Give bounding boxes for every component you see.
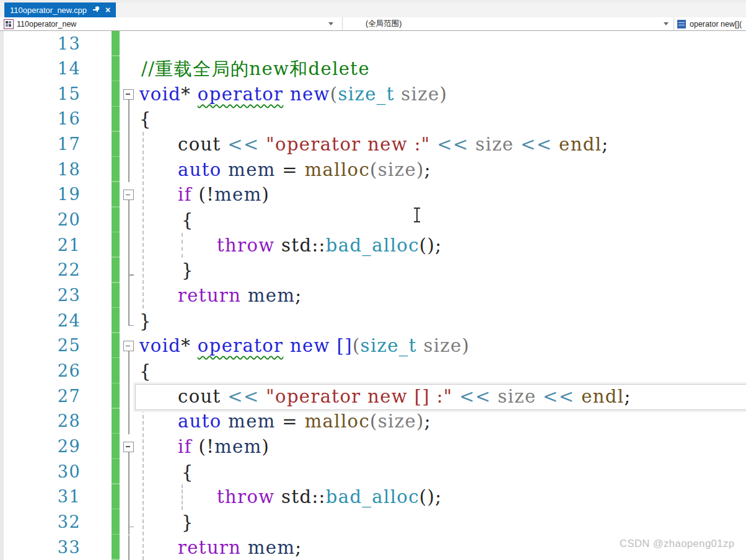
code-token: ) xyxy=(440,84,448,105)
code-token xyxy=(453,386,460,407)
chevron-down-icon[interactable] xyxy=(664,22,669,25)
code-text: auto mem = malloc(size); xyxy=(178,157,431,183)
code-token: size xyxy=(498,386,543,407)
code-line: 20{ xyxy=(0,208,746,233)
code-token: (); xyxy=(419,486,442,507)
line-number: 19 xyxy=(0,182,81,208)
code-text: //重载全局的new和delete xyxy=(141,56,370,82)
code-text: cout << "operator new :" << size << endl… xyxy=(178,132,609,157)
code-token: ) xyxy=(416,159,424,180)
fold-outline-corner xyxy=(128,274,134,276)
code-token: ; xyxy=(602,134,608,155)
project-scope-dropdown[interactable]: 110operator_new xyxy=(2,17,340,30)
code-token xyxy=(283,84,290,105)
line-number: 18 xyxy=(0,157,81,183)
code-token: auto xyxy=(178,411,228,432)
code-line: 17cout << "operator new :" << size << en… xyxy=(0,132,746,157)
fold-outline-line xyxy=(128,359,129,384)
code-line: 18auto mem = malloc(size); xyxy=(0,157,746,183)
tab-title: 110operator_new.cpp xyxy=(10,6,87,15)
code-line: 26{ xyxy=(0,359,746,384)
code-token: { xyxy=(182,209,194,230)
code-line: 16{ xyxy=(0,107,746,132)
code-token: throw xyxy=(217,235,274,256)
code-token: ) xyxy=(262,436,270,457)
code-token: ; xyxy=(624,386,631,407)
code-line: 24} xyxy=(0,308,746,334)
code-token: endl xyxy=(581,386,624,407)
code-token: size xyxy=(378,411,416,432)
code-token: ( xyxy=(370,159,378,180)
code-text: throw std::bad_alloc(); xyxy=(217,484,442,510)
code-token: * xyxy=(181,335,198,356)
code-token: (); xyxy=(419,235,442,256)
code-text: } xyxy=(182,510,194,535)
context-scope-dropdown[interactable]: (全局范围) xyxy=(342,17,696,30)
fold-collapse-button[interactable] xyxy=(123,190,134,200)
squiggle-error-underline: operator xyxy=(198,335,284,356)
code-token: cout xyxy=(178,386,227,407)
fold-outline-line xyxy=(128,283,129,308)
code-token: { xyxy=(182,462,194,483)
code-token: } xyxy=(182,260,194,281)
code-token: (! xyxy=(192,184,214,205)
code-token: << xyxy=(543,386,581,407)
context-scope-label: (全局范围) xyxy=(366,19,402,29)
fold-outline-line xyxy=(128,99,129,107)
code-line: 19if (!mem) xyxy=(0,182,746,208)
fold-collapse-button[interactable] xyxy=(123,89,134,100)
line-number: 31 xyxy=(0,484,81,510)
line-number: 16 xyxy=(0,107,81,132)
navigation-bar: 110operator_new (全局范围) operator new[]( xyxy=(0,17,746,31)
tab-110operator_new[interactable]: 110operator_new.cpp × xyxy=(4,2,116,17)
fold-outline-line xyxy=(128,510,129,535)
pin-icon[interactable] xyxy=(92,6,100,14)
line-number: 23 xyxy=(0,283,81,308)
member-dropdown[interactable]: operator new[]( xyxy=(674,17,746,30)
code-token: void xyxy=(139,335,181,356)
code-line: 14//重载全局的new和delete xyxy=(0,56,746,82)
line-number: 32 xyxy=(0,510,81,535)
code-token: //重载全局的new和delete xyxy=(141,58,370,79)
code-token: mem xyxy=(214,436,261,457)
code-token: bad_alloc xyxy=(326,235,419,256)
code-line: 23return mem; xyxy=(0,283,746,308)
code-token: void xyxy=(139,84,181,105)
code-token: ) xyxy=(262,184,270,205)
chevron-down-icon[interactable] xyxy=(328,22,333,25)
code-token: ; xyxy=(424,411,431,432)
fold-outline-line xyxy=(128,460,129,485)
code-text: { xyxy=(139,107,152,132)
fold-outline-line xyxy=(128,308,129,326)
code-text: void* operator new(size_t size) xyxy=(139,82,447,107)
close-icon[interactable]: × xyxy=(105,6,110,14)
fold-outline-line xyxy=(128,132,129,157)
code-token: std:: xyxy=(274,235,325,256)
line-number: 15 xyxy=(0,82,81,107)
code-text: { xyxy=(182,460,194,485)
code-token: size_t xyxy=(361,335,417,356)
code-token: cout xyxy=(178,134,227,155)
code-token: [] xyxy=(330,335,353,356)
code-token: return xyxy=(178,537,241,558)
watermark: CSDN @zhaopeng01zp xyxy=(620,538,734,549)
code-line: 25void* operator new [](size_t size) xyxy=(0,333,746,359)
code-token: "operator new [] :" xyxy=(266,386,452,407)
code-token: malloc xyxy=(305,411,370,432)
line-number: 17 xyxy=(0,132,81,157)
code-token: { xyxy=(139,108,152,129)
code-text: if (!mem) xyxy=(178,182,270,208)
code-token: if xyxy=(178,436,192,457)
fold-collapse-button[interactable] xyxy=(123,341,134,351)
fold-outline-line xyxy=(128,208,129,233)
code-token: size xyxy=(417,335,462,356)
code-token: mem xyxy=(241,537,295,558)
method-icon xyxy=(677,20,686,28)
code-token: "operator new :" xyxy=(266,134,430,155)
code-text: } xyxy=(182,258,194,283)
code-token: } xyxy=(182,512,194,533)
code-editor[interactable]: 1314//重载全局的new和delete15void* operator ne… xyxy=(0,31,746,560)
code-line: 29if (!mem) xyxy=(0,434,746,460)
fold-collapse-button[interactable] xyxy=(123,442,134,452)
tab-bar: 110operator_new.cpp × xyxy=(0,2,746,17)
